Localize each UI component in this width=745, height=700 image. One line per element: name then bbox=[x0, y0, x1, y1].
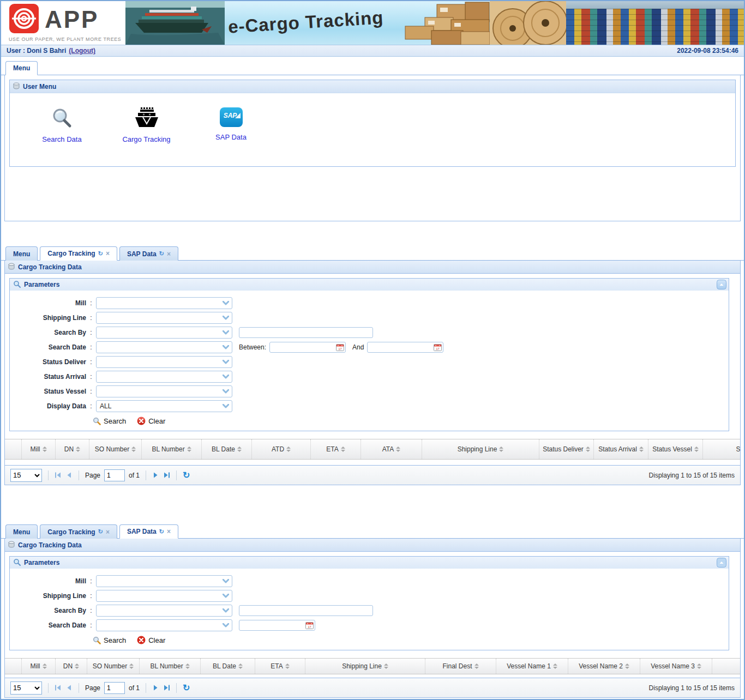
column-header-status-vessel[interactable]: Status Vessel bbox=[648, 439, 702, 459]
calendar-icon[interactable]: 17 bbox=[434, 343, 442, 351]
mill-combo[interactable] bbox=[96, 297, 232, 309]
last-page-button[interactable] bbox=[163, 684, 170, 691]
tab-cargo-tracking[interactable]: Cargo Tracking ↻ × bbox=[40, 246, 117, 261]
prev-page-button[interactable] bbox=[65, 684, 73, 691]
tab-sap-data[interactable]: SAP Data ↻ × bbox=[119, 246, 178, 261]
column-header-vessel-name-3[interactable]: Vessel Name 3 bbox=[640, 659, 712, 674]
refresh-button[interactable]: ↻ bbox=[183, 470, 190, 480]
column-header-vessel-name-2[interactable]: Vessel Name 2 bbox=[568, 659, 640, 674]
refresh-tab-icon[interactable]: ↻ bbox=[159, 528, 164, 535]
chevron-down-icon[interactable] bbox=[220, 623, 232, 627]
page-number-input[interactable] bbox=[104, 469, 125, 481]
column-header-clipped[interactable]: Sta bbox=[702, 439, 740, 459]
tab-menu[interactable]: Menu bbox=[5, 246, 38, 261]
page-number-input[interactable] bbox=[104, 682, 125, 694]
shipping-line-combo[interactable] bbox=[96, 312, 232, 324]
calendar-icon[interactable]: 17 bbox=[336, 343, 344, 351]
chevron-down-icon[interactable] bbox=[220, 360, 232, 364]
refresh-tab-icon[interactable]: ↻ bbox=[98, 250, 103, 257]
chevron-down-icon[interactable] bbox=[220, 375, 232, 379]
column-header-so-number[interactable]: SO Number bbox=[87, 659, 139, 674]
column-header-bl-number[interactable]: BL Number bbox=[139, 659, 200, 674]
column-header-vessel-name-1[interactable]: Vessel Name 1 bbox=[496, 659, 568, 674]
column-header-atd[interactable]: ATD bbox=[251, 439, 310, 459]
column-header-eta[interactable]: ETA bbox=[255, 659, 305, 674]
menu-item-search-data[interactable]: Search Data bbox=[20, 107, 104, 143]
close-tab-icon[interactable]: × bbox=[106, 528, 110, 536]
column-header-mill[interactable]: Mill bbox=[21, 659, 55, 674]
chevron-down-icon[interactable] bbox=[220, 345, 232, 349]
column-header-final-dest[interactable]: Final Dest bbox=[425, 659, 496, 674]
date-from-input[interactable] bbox=[269, 342, 346, 353]
search-by-input[interactable] bbox=[239, 327, 373, 338]
chevron-down-icon[interactable] bbox=[220, 301, 232, 305]
first-page-button[interactable] bbox=[55, 472, 62, 479]
prev-page-button[interactable] bbox=[65, 472, 73, 479]
column-header-mill[interactable]: Mill bbox=[21, 439, 55, 459]
clear-button[interactable]: Clear bbox=[137, 417, 165, 425]
menu-item-cargo-tracking[interactable]: Cargo Tracking bbox=[104, 107, 189, 143]
chevron-down-icon[interactable] bbox=[220, 316, 232, 320]
chevron-down-icon[interactable] bbox=[220, 330, 232, 335]
calendar-icon[interactable]: 17 bbox=[305, 621, 314, 629]
collapse-button[interactable] bbox=[717, 558, 726, 568]
date-field[interactable]: 17 bbox=[239, 620, 315, 631]
column-header-clipped[interactable]: Ve bbox=[712, 659, 740, 674]
column-header-bl-number[interactable]: BL Number bbox=[141, 439, 201, 459]
column-header-bl-date[interactable]: BL Date bbox=[200, 659, 255, 674]
refresh-tab-icon[interactable]: ↻ bbox=[98, 528, 103, 535]
column-header-ata[interactable]: ATA bbox=[361, 439, 422, 459]
date-from-field[interactable]: 17 bbox=[269, 342, 346, 353]
status-deliver-combo[interactable] bbox=[96, 356, 232, 368]
search-date-combo[interactable] bbox=[96, 341, 232, 353]
chevron-down-icon[interactable] bbox=[220, 608, 232, 613]
search-button[interactable]: Search bbox=[93, 636, 126, 644]
chevron-down-icon[interactable] bbox=[220, 594, 232, 598]
close-tab-icon[interactable]: × bbox=[167, 250, 171, 258]
search-by-input[interactable] bbox=[239, 605, 373, 616]
date-to-input[interactable] bbox=[367, 342, 443, 353]
status-vessel-combo[interactable] bbox=[96, 385, 232, 397]
logout-link[interactable]: (Logout) bbox=[69, 47, 95, 55]
close-tab-icon[interactable]: × bbox=[106, 250, 110, 257]
column-header-so-number[interactable]: SO Number bbox=[89, 439, 141, 459]
search-by-combo[interactable] bbox=[96, 327, 232, 339]
row-selector-column-header[interactable] bbox=[5, 439, 21, 459]
refresh-tab-icon[interactable]: ↻ bbox=[159, 250, 164, 257]
tab-menu[interactable]: Menu bbox=[5, 524, 38, 539]
menu-item-label[interactable]: Cargo Tracking bbox=[122, 135, 170, 143]
refresh-button[interactable]: ↻ bbox=[183, 683, 190, 693]
search-button[interactable]: Search bbox=[93, 417, 126, 425]
date-to-field[interactable]: 17 bbox=[367, 342, 443, 353]
column-header-status-deliver[interactable]: Status Deliver bbox=[539, 439, 593, 459]
row-selector-column-header[interactable] bbox=[5, 659, 21, 674]
chevron-down-icon[interactable] bbox=[220, 389, 232, 394]
menu-item-sap-data[interactable]: SAP SAP Data bbox=[189, 107, 273, 143]
search-by-combo[interactable] bbox=[96, 605, 232, 617]
page-size-select[interactable]: 15 bbox=[10, 681, 42, 695]
column-header-dn[interactable]: DN bbox=[55, 659, 87, 674]
tab-menu[interactable]: Menu bbox=[5, 61, 38, 75]
menu-item-label[interactable]: SAP Data bbox=[215, 133, 247, 141]
collapse-button[interactable] bbox=[717, 280, 726, 289]
clear-button[interactable]: Clear bbox=[137, 636, 165, 644]
mill-combo[interactable] bbox=[96, 575, 232, 587]
shipping-line-combo[interactable] bbox=[96, 590, 232, 602]
page-size-select[interactable]: 15 bbox=[10, 469, 42, 482]
first-page-button[interactable] bbox=[55, 684, 62, 691]
last-page-button[interactable] bbox=[163, 472, 170, 479]
column-header-shipping-line[interactable]: Shipping Line bbox=[305, 659, 425, 674]
status-arrival-combo[interactable] bbox=[96, 371, 232, 383]
menu-item-label[interactable]: Search Data bbox=[42, 135, 81, 143]
date-input[interactable] bbox=[239, 620, 315, 631]
chevron-down-icon[interactable] bbox=[220, 404, 232, 408]
display-data-combo[interactable]: ALL bbox=[96, 400, 232, 412]
search-date-combo[interactable] bbox=[96, 619, 232, 631]
close-tab-icon[interactable]: × bbox=[167, 528, 171, 535]
next-page-button[interactable] bbox=[152, 472, 159, 479]
tab-cargo-tracking[interactable]: Cargo Tracking ↻ × bbox=[40, 524, 117, 539]
column-header-bl-date[interactable]: BL Date bbox=[201, 439, 251, 459]
column-header-shipping-line[interactable]: Shipping Line bbox=[422, 439, 539, 459]
next-page-button[interactable] bbox=[152, 684, 159, 691]
column-header-eta[interactable]: ETA bbox=[310, 439, 361, 459]
